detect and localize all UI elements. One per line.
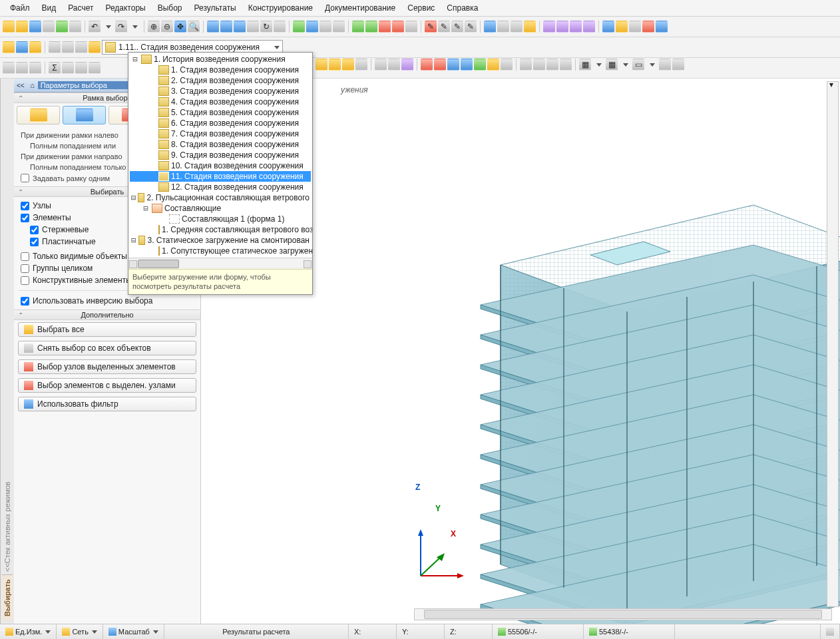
filter1-icon[interactable] xyxy=(207,21,219,33)
vertical-tab-strip[interactable]: Выбирать <<Стек активных режимов xyxy=(0,79,14,624)
rf6-icon[interactable] xyxy=(388,59,400,71)
menu-service[interactable]: Сервис xyxy=(401,2,441,14)
model3-icon[interactable] xyxy=(629,21,641,33)
chart5-icon[interactable] xyxy=(405,21,417,33)
rf17-icon[interactable] xyxy=(546,59,558,71)
sel1-icon[interactable] xyxy=(3,62,15,74)
tree-root-3[interactable]: ⊟3. Статическое загружение на смонтирова… xyxy=(130,235,311,246)
mark3-icon[interactable]: ✎ xyxy=(451,21,463,33)
toolbar-overflow-icon[interactable]: ▾ xyxy=(829,80,839,89)
layer1-icon[interactable] xyxy=(484,21,496,33)
filter4-icon[interactable] xyxy=(247,21,259,33)
menu-view[interactable]: Вид xyxy=(36,2,63,14)
tree-stage-1[interactable]: 1. Стадия возведения сооружения xyxy=(130,65,311,75)
rf8-icon[interactable] xyxy=(421,59,433,71)
btn-use-filter[interactable]: Использовать фильтр xyxy=(18,397,196,411)
frame-single-check[interactable] xyxy=(21,174,29,182)
rf23-icon[interactable] xyxy=(672,59,684,71)
undo-icon[interactable]: ↶ xyxy=(89,21,101,33)
refresh-icon[interactable]: ↻ xyxy=(260,21,272,33)
check-plate[interactable] xyxy=(30,238,39,246)
rf3-icon[interactable] xyxy=(342,59,354,71)
tool-a-icon[interactable] xyxy=(543,21,555,33)
save-icon[interactable] xyxy=(29,21,41,33)
tree-wind-avg[interactable]: 1. Средняя составляющая ветрового воз xyxy=(130,224,311,235)
check-only-visible[interactable] xyxy=(21,252,29,261)
tree-stage-2[interactable]: 2. Стадия возведения сооружения xyxy=(130,75,311,86)
check-elements[interactable] xyxy=(21,214,29,222)
redo-drop-icon[interactable] xyxy=(128,21,140,33)
tree-stage-5[interactable]: 5. Стадия возведения сооружения xyxy=(130,107,311,118)
stage-d-icon[interactable] xyxy=(49,41,61,53)
menu-doc[interactable]: Документирование xyxy=(319,2,401,14)
tree-stage-8[interactable]: 8. Стадия возведения сооружения xyxy=(130,139,311,150)
sel6-icon[interactable] xyxy=(75,62,87,74)
rf2-icon[interactable] xyxy=(329,59,341,71)
model2-icon[interactable] xyxy=(616,21,628,33)
sel3-icon[interactable] xyxy=(29,62,41,74)
tool-c-icon[interactable] xyxy=(570,21,582,33)
tool-d-icon[interactable] xyxy=(583,21,595,33)
rf10-icon[interactable] xyxy=(447,59,459,71)
undo-drop-icon[interactable] xyxy=(102,21,114,33)
sel4-icon[interactable]: Σ xyxy=(49,62,61,74)
layer3-icon[interactable] xyxy=(511,21,523,33)
chart2-icon[interactable] xyxy=(365,21,377,33)
stage-b-icon[interactable] xyxy=(16,41,28,53)
side-collapse-icon[interactable]: << xyxy=(17,82,25,89)
h-scrollbar[interactable] xyxy=(414,608,832,620)
stage-e-icon[interactable] xyxy=(62,41,74,53)
sel2-icon[interactable] xyxy=(16,62,28,74)
results4-icon[interactable] xyxy=(333,21,345,33)
menu-file[interactable]: Файл xyxy=(4,2,36,14)
btn-select-all[interactable]: Выбрать все xyxy=(18,322,196,337)
new-icon[interactable] xyxy=(3,21,15,33)
mark1-icon[interactable]: ✎ xyxy=(425,21,437,33)
stage-a-icon[interactable] xyxy=(3,41,15,53)
rf16-icon[interactable] xyxy=(533,59,545,71)
layer2-icon[interactable] xyxy=(497,21,509,33)
rf12-icon[interactable] xyxy=(474,59,486,71)
menu-help[interactable]: Справка xyxy=(441,2,484,14)
rf13-icon[interactable] xyxy=(487,59,499,71)
rf22-icon[interactable] xyxy=(659,59,671,71)
tree-stage-3[interactable]: 3. Стадия возведения сооружения xyxy=(130,86,311,97)
tree-component-1[interactable]: Составляющая 1 (форма 1) xyxy=(130,214,311,224)
menu-calc[interactable]: Расчет xyxy=(62,2,99,14)
export-icon[interactable] xyxy=(56,21,68,33)
v-scrollbar[interactable] xyxy=(827,81,839,607)
sel5-icon[interactable] xyxy=(62,62,74,74)
tree-static-1[interactable]: 1. Сопутствующее статическое загружен xyxy=(130,246,311,256)
results2-icon[interactable] xyxy=(306,21,318,33)
rf11-icon[interactable] xyxy=(461,59,473,71)
frame-mode-2[interactable] xyxy=(63,106,106,124)
rf15-icon[interactable] xyxy=(520,59,532,71)
rf9-icon[interactable] xyxy=(434,59,446,71)
tool-b-icon[interactable] xyxy=(556,21,568,33)
tree-stage-9[interactable]: 9. Стадия возведения сооружения xyxy=(130,150,311,160)
rf7-icon[interactable] xyxy=(401,59,413,71)
model4-icon[interactable] xyxy=(642,21,654,33)
btn-deselect-all[interactable]: Снять выбор со всех объектов xyxy=(18,341,196,355)
rf20-drop[interactable] xyxy=(619,59,631,71)
status-units[interactable]: Ед.Изм. xyxy=(0,624,57,639)
zoom-out-icon[interactable]: ⊖ xyxy=(161,21,173,33)
menu-editors[interactable]: Редакторы xyxy=(99,2,151,14)
rf21-icon[interactable]: ▭ xyxy=(632,59,644,71)
tree-root-1[interactable]: ⊟1. История возведения сооружения xyxy=(130,54,311,65)
menu-select[interactable]: Выбор xyxy=(152,2,188,14)
help-icon[interactable] xyxy=(274,21,286,33)
tree-stage-12[interactable]: 12. Стадия возведения сооружения xyxy=(130,182,311,192)
stage-g-icon[interactable] xyxy=(89,41,101,53)
check-use-inversion[interactable] xyxy=(21,297,29,306)
menu-design[interactable]: Конструирование xyxy=(242,2,319,14)
chart1-icon[interactable] xyxy=(352,21,364,33)
model5-icon[interactable] xyxy=(656,21,668,33)
zoom-window-icon[interactable]: 🔍 xyxy=(188,21,200,33)
rf19-icon[interactable]: ▦ xyxy=(579,59,591,71)
mark4-icon[interactable]: ✎ xyxy=(465,21,477,33)
stage-f-icon[interactable] xyxy=(75,41,87,53)
chart3-icon[interactable] xyxy=(379,21,391,33)
zoom-in-icon[interactable]: ⊕ xyxy=(148,21,160,33)
pan-icon[interactable]: ✥ xyxy=(174,21,186,33)
